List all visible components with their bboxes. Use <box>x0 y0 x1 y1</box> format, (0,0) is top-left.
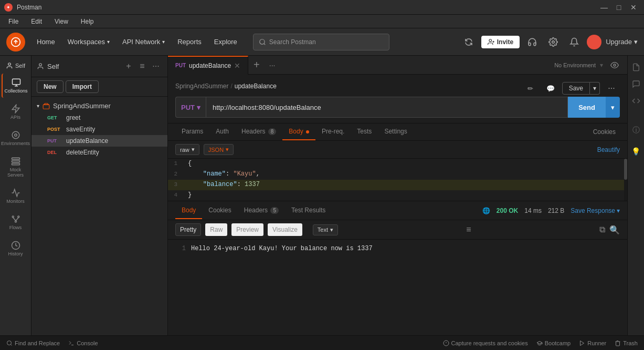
right-comment-button[interactable] <box>629 77 643 91</box>
json-format-select[interactable]: JSON ▾ <box>204 144 234 155</box>
resp-tab-headers[interactable]: Headers 5 <box>238 202 285 219</box>
url-input[interactable] <box>206 97 568 118</box>
method-arrow-icon: ▾ <box>197 104 200 111</box>
upgrade-button[interactable]: Upgrade ▾ <box>606 38 638 46</box>
tab-pre-req[interactable]: Pre-req. <box>315 123 351 140</box>
invite-button[interactable]: Invite <box>481 36 520 48</box>
cookies-btn[interactable]: Cookies <box>589 126 620 138</box>
eye-button[interactable] <box>607 58 622 73</box>
method-select[interactable]: PUT ▾ <box>175 97 206 118</box>
svg-rect-15 <box>12 163 19 165</box>
sidebar-item-history[interactable]: History <box>2 236 30 261</box>
capture-requests-button[interactable]: Capture requests and cookies <box>443 340 528 346</box>
new-tab-button[interactable]: + <box>248 59 265 71</box>
tab-updatebalance[interactable]: PUT updateBalance ✕ <box>168 56 248 75</box>
tab-body[interactable]: Body <box>282 123 315 140</box>
console-button[interactable]: Console <box>68 340 98 346</box>
user-avatar[interactable] <box>587 35 601 49</box>
home-logo-button[interactable] <box>6 33 25 52</box>
right-info-button[interactable]: ⓘ <box>629 123 643 138</box>
tab-params[interactable]: Params <box>175 123 209 140</box>
sidebar-item-mock-servers[interactable]: Mock Servers <box>2 152 30 182</box>
search-response-button[interactable]: 🔍 <box>609 225 620 235</box>
resp-more-icon-button[interactable]: ≡ <box>466 225 471 234</box>
sync-button[interactable] <box>460 34 477 50</box>
editor-scrollbar-thumb[interactable] <box>624 159 627 180</box>
resp-preview-tab[interactable]: Preview <box>231 223 263 236</box>
right-docs-button[interactable] <box>629 60 643 75</box>
response-format-select[interactable]: Text ▾ <box>313 224 338 235</box>
resp-tab-test-results[interactable]: Test Results <box>285 202 332 219</box>
menu-help[interactable]: Help <box>79 17 96 26</box>
import-button[interactable]: Import <box>66 80 99 93</box>
maximize-button[interactable]: □ <box>613 1 625 14</box>
save-button[interactable]: Save <box>562 82 590 95</box>
runner-button[interactable]: Runner <box>579 340 606 346</box>
right-code-button[interactable] <box>629 94 643 108</box>
sidebar-item-apis[interactable]: APIs <box>2 100 30 124</box>
no-environment-select[interactable]: No Environment <box>554 62 596 68</box>
user-section[interactable]: Self <box>0 60 31 71</box>
right-lightbulb-button[interactable]: 💡 <box>629 144 643 159</box>
more-collections-button[interactable]: ··· <box>150 60 162 73</box>
headphones-button[interactable] <box>524 34 541 50</box>
close-button[interactable]: ✕ <box>627 1 640 14</box>
tab-close-button[interactable]: ✕ <box>234 61 240 70</box>
settings-button[interactable] <box>545 34 562 50</box>
nav-home[interactable]: Home <box>31 35 60 49</box>
sidebar-item-environments[interactable]: Environments <box>2 126 30 150</box>
sidebar-item-environments-label: Environments <box>1 141 30 146</box>
more-request-button[interactable]: ··· <box>603 80 620 97</box>
notification-button[interactable] <box>566 34 583 50</box>
add-collection-button[interactable]: + <box>122 60 135 73</box>
sidebar-item-flows[interactable]: Flows <box>2 210 30 234</box>
code-line-4: 4 } <box>168 190 627 201</box>
api-network-arrow-icon: ▾ <box>162 39 165 45</box>
nav-workspaces[interactable]: Workspaces ▾ <box>62 35 115 49</box>
menu-view[interactable]: View <box>52 17 70 26</box>
copy-response-button[interactable]: ⧉ <box>599 225 605 235</box>
list-item[interactable]: POST saveEntity <box>31 123 167 135</box>
more-tabs-button[interactable]: ··· <box>265 61 280 69</box>
resp-tab-cookies[interactable]: Cookies <box>202 202 237 219</box>
resp-raw-tab[interactable]: Raw <box>205 223 227 236</box>
send-dropdown-button[interactable]: ▾ <box>606 97 620 118</box>
trash-button[interactable]: Trash <box>615 340 638 346</box>
tab-headers[interactable]: Headers 8 <box>235 123 282 140</box>
find-replace-button[interactable]: Find and Replace <box>6 340 60 346</box>
resp-visualize-tab[interactable]: Visualize <box>268 223 302 236</box>
tab-settings[interactable]: Settings <box>378 123 413 140</box>
minimize-button[interactable]: — <box>598 1 610 14</box>
body-type-select[interactable]: raw ▾ <box>175 144 199 155</box>
editor-scrollbar-track[interactable] <box>624 159 627 201</box>
nav-api-network[interactable]: API Network ▾ <box>117 35 170 49</box>
tab-auth[interactable]: Auth <box>209 123 235 140</box>
save-response-button[interactable]: Save Response ▾ <box>571 207 620 214</box>
sort-collections-button[interactable]: ≡ <box>136 60 149 73</box>
request-tabs: Params Auth Headers 8 Body Pre-req. Test… <box>168 123 627 141</box>
tab-tests[interactable]: Tests <box>351 123 378 140</box>
nav-explore[interactable]: Explore <box>209 35 242 49</box>
beautify-button[interactable]: Beautify <box>597 146 620 153</box>
list-item[interactable]: PUT updateBalance <box>31 135 167 147</box>
sidebar-item-monitors[interactable]: Monitors <box>2 184 30 208</box>
menu-edit[interactable]: Edit <box>29 17 44 26</box>
search-bar[interactable]: Search Postman <box>253 34 389 50</box>
nav-reports[interactable]: Reports <box>172 35 207 49</box>
panel-header: Self + ≡ ··· <box>31 56 167 77</box>
collection-header[interactable]: ▾ SpringAndSummer <box>31 100 167 112</box>
edit-request-button[interactable]: ✏ <box>522 80 539 97</box>
new-button[interactable]: New <box>37 80 64 93</box>
comment-button[interactable]: 💬 <box>542 80 559 97</box>
list-item[interactable]: GET greet <box>31 112 167 123</box>
bootcamp-button[interactable]: Bootcamp <box>536 340 571 346</box>
menu-file[interactable]: File <box>6 17 20 26</box>
send-button[interactable]: Send <box>568 97 606 118</box>
save-dropdown-button[interactable]: ▾ <box>590 82 600 95</box>
sidebar-item-collections[interactable]: Collections <box>2 74 30 98</box>
title-bar-controls[interactable]: — □ ✕ <box>598 1 640 14</box>
collapse-icon: ▾ <box>37 103 39 109</box>
resp-tab-body[interactable]: Body <box>175 202 202 219</box>
resp-pretty-tab[interactable]: Pretty <box>175 223 201 236</box>
list-item[interactable]: DEL deleteEntity <box>31 147 167 158</box>
